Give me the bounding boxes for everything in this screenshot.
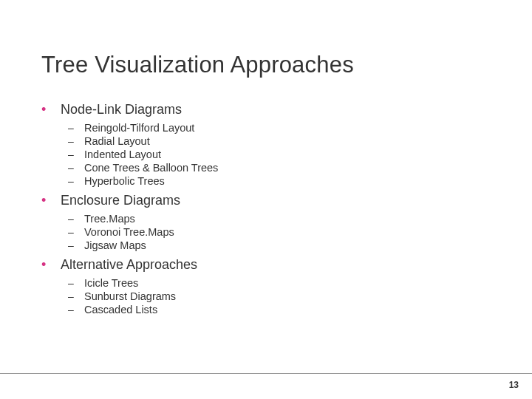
dash-icon: –: [68, 239, 84, 251]
list-item: –Cone Trees & Balloon Trees: [68, 162, 491, 174]
list-item: –Voronoi Tree.Maps: [68, 226, 491, 238]
bullet-dot-icon: •: [41, 103, 61, 116]
dash-icon: –: [68, 304, 84, 316]
item-text: Sunburst Diagrams: [84, 290, 176, 302]
list-item: –Reingold-Tilford Layout: [68, 122, 491, 134]
item-text: Cascaded Lists: [84, 304, 157, 316]
list-item: –Hyperbolic Trees: [68, 175, 491, 187]
slide-content: Tree Visualization Approaches • Node-Lin…: [0, 0, 532, 336]
page-number: 13: [509, 380, 519, 390]
list-item: –Tree.Maps: [68, 213, 491, 225]
item-text: Voronoi Tree.Maps: [84, 226, 174, 238]
list-item: –Radial Layout: [68, 135, 491, 147]
dash-icon: –: [68, 175, 84, 187]
item-text: Icicle Trees: [84, 277, 138, 289]
list-item: –Indented Layout: [68, 149, 491, 160]
bullet-dot-icon: •: [41, 258, 61, 271]
bullet-dot-icon: •: [41, 194, 61, 207]
dash-icon: –: [68, 135, 84, 147]
dash-icon: –: [68, 162, 84, 174]
item-text: Radial Layout: [84, 135, 150, 147]
list-item: –Jigsaw Maps: [68, 239, 491, 251]
section-label: Enclosure Diagrams: [61, 193, 180, 208]
bullet-section-2: • Alternative Approaches: [41, 257, 491, 273]
item-text: Indented Layout: [84, 149, 161, 160]
item-text: Jigsaw Maps: [84, 239, 146, 251]
item-text: Reingold-Tilford Layout: [84, 122, 194, 134]
slide-title: Tree Visualization Approaches: [41, 52, 491, 78]
list-item: –Icicle Trees: [68, 277, 491, 289]
dash-icon: –: [68, 149, 84, 160]
item-text: Tree.Maps: [84, 213, 135, 225]
dash-icon: –: [68, 213, 84, 225]
section-label: Node-Link Diagrams: [61, 102, 182, 117]
footer-divider: [0, 373, 532, 374]
item-text: Cone Trees & Balloon Trees: [84, 162, 218, 174]
sublist-0: –Reingold-Tilford Layout –Radial Layout …: [68, 122, 491, 187]
dash-icon: –: [68, 290, 84, 302]
dash-icon: –: [68, 277, 84, 289]
dash-icon: –: [68, 122, 84, 134]
section-label: Alternative Approaches: [61, 257, 197, 273]
item-text: Hyperbolic Trees: [84, 175, 165, 187]
bullet-section-1: • Enclosure Diagrams: [41, 193, 491, 208]
dash-icon: –: [68, 226, 84, 238]
list-item: –Sunburst Diagrams: [68, 290, 491, 302]
sublist-2: –Icicle Trees –Sunburst Diagrams –Cascad…: [68, 277, 491, 316]
bullet-section-0: • Node-Link Diagrams: [41, 102, 491, 117]
sublist-1: –Tree.Maps –Voronoi Tree.Maps –Jigsaw Ma…: [68, 213, 491, 251]
list-item: –Cascaded Lists: [68, 304, 491, 316]
